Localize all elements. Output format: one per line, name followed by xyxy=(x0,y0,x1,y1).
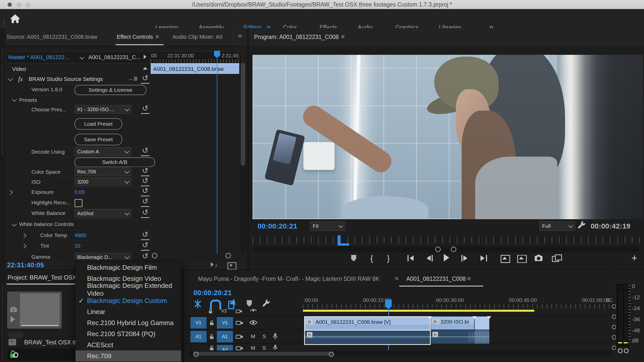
tint-reset-icon[interactable]: ↺ xyxy=(141,241,149,251)
ec-current-timecode[interactable]: 22:31:40:05 xyxy=(7,261,44,269)
switch-ab-button[interactable]: Switch A/B xyxy=(74,157,155,167)
wb-controls-expander-icon[interactable] xyxy=(12,221,17,227)
export-frame-icon[interactable] xyxy=(227,262,236,270)
timeline-hscroll-right-knob[interactable] xyxy=(329,352,334,357)
show-keyframes-icon[interactable]: →≣ xyxy=(128,75,138,82)
video-section-collapse-icon[interactable] xyxy=(143,67,147,70)
timeline-tab-inactive[interactable]: Mayu Puma - Dragonfly -From M- Craft- - … xyxy=(198,276,379,282)
step-forward-button[interactable] xyxy=(461,255,469,261)
menu-item-acescct[interactable]: ACEScct xyxy=(75,339,181,350)
menu-item-bmd-custom[interactable]: ✓ Blackmagic Design Custom xyxy=(75,295,181,306)
step-back-button[interactable] xyxy=(426,255,433,261)
track-a1-mute-button[interactable]: M xyxy=(251,333,255,339)
track-v1-target-toggle[interactable]: V1 xyxy=(217,317,233,329)
tab-effect-controls[interactable]: Effect Controls xyxy=(117,34,153,40)
audio-clip-2[interactable]: fx xyxy=(431,330,490,344)
track-v2-label[interactable]: V2 xyxy=(221,308,227,314)
track-a2-target-toggle[interactable]: A2 xyxy=(217,345,233,350)
white-balance-reset-icon[interactable]: ↺ xyxy=(141,209,149,218)
project-thumbnail[interactable] xyxy=(7,292,62,329)
menu-item-rec709[interactable]: Rec.709 xyxy=(75,350,181,361)
braw-effect-name[interactable]: BRAW Studio Source Settings xyxy=(29,76,103,82)
braw-reset-icon[interactable]: ↺ xyxy=(141,74,149,84)
video-section-header[interactable]: Video xyxy=(12,66,26,72)
thumbnail-play-icon[interactable] xyxy=(11,316,15,323)
timeline-tab-active[interactable]: A001_08122231_C008 xyxy=(406,276,466,282)
play-audio-icon[interactable]: ♪ xyxy=(211,262,223,268)
track-a2-mic-icon[interactable] xyxy=(272,344,278,350)
decode-using-dropdown[interactable]: Custom A xyxy=(74,147,131,156)
effect-controls-panel-menu-icon[interactable]: ≡ xyxy=(155,33,159,40)
ec-clip-bar[interactable]: A001_08122231_C008.braw xyxy=(151,63,239,74)
video-clip-2[interactable]: fx 3200-ISO.br xyxy=(431,316,474,330)
video-clip-selected[interactable]: fx A001_08122231_C008.braw [V] xyxy=(304,316,431,331)
track-v2-output-eye-icon[interactable] xyxy=(250,309,257,313)
track-a1-target-toggle[interactable]: A1 xyxy=(217,331,233,342)
track-v1-source-patch[interactable]: V1 xyxy=(190,317,207,329)
comparison-view-button[interactable] xyxy=(552,254,561,262)
meter-solo-right[interactable] xyxy=(624,348,629,353)
master-clip-selector[interactable]: Master * A001_081222... xyxy=(8,54,69,61)
track-a1-source-patch[interactable]: A1 xyxy=(190,331,207,342)
program-scroll-right-knob[interactable] xyxy=(451,247,456,252)
add-marker-button[interactable] xyxy=(351,255,356,261)
sequence-clip-name[interactable]: A001_08122231_C... xyxy=(88,54,141,61)
color-temp-reset-icon[interactable]: ↺ xyxy=(141,231,149,240)
color-space-dropdown[interactable]: Rec.709 xyxy=(74,167,131,176)
lift-button[interactable] xyxy=(501,255,510,263)
menu-item-rec2100-pq[interactable]: Rec.2100 ST2084 (PQ) xyxy=(75,328,181,339)
decode-using-reset-icon[interactable]: ↺ xyxy=(141,147,149,156)
program-current-timecode[interactable]: 00:00:20:21 xyxy=(258,222,297,230)
white-balance-dropdown[interactable]: AsShot xyxy=(74,209,131,218)
home-button[interactable] xyxy=(10,14,21,24)
track-a2-sync-lock-icon[interactable] xyxy=(236,345,243,350)
mark-in-button[interactable]: { xyxy=(370,253,373,263)
timeline-tab-close-icon[interactable]: × xyxy=(395,275,399,283)
program-video-frame[interactable] xyxy=(253,55,643,219)
extract-button[interactable] xyxy=(517,255,527,263)
menu-item-bmd-film[interactable]: Blackmagic Design Film xyxy=(75,262,181,273)
load-preset-button[interactable]: Load Preset xyxy=(74,118,122,130)
highlight-recovery-checkbox[interactable] xyxy=(74,199,83,207)
left-tabs-overflow-icon[interactable]: » xyxy=(238,31,242,40)
meter-solo-left[interactable] xyxy=(618,348,623,353)
play-button[interactable] xyxy=(444,254,449,261)
go-to-out-button[interactable] xyxy=(479,255,488,261)
program-panel-menu-icon[interactable]: ≡ xyxy=(341,33,345,40)
color-temp-expander-icon[interactable] xyxy=(21,233,26,238)
ec-playhead-head[interactable] xyxy=(214,51,220,58)
menu-item-bmd-extended-video[interactable]: Blackmagic Design Extended Video xyxy=(75,284,181,295)
timeline-hscroll-left-knob[interactable] xyxy=(193,352,199,357)
color-temp-value[interactable]: 4900 xyxy=(74,232,86,238)
exposure-reset-icon[interactable]: ↺ xyxy=(141,187,149,196)
ec-vscroll-thumb[interactable] xyxy=(241,63,245,166)
button-editor-add-button[interactable]: + xyxy=(631,252,637,264)
exposure-value[interactable]: 0,00 xyxy=(74,189,85,195)
ec-vertical-scrollbar[interactable] xyxy=(240,63,246,254)
program-scrollbar[interactable] xyxy=(254,246,639,252)
project-panel-tab[interactable]: Project: BRAW_Test OSX th xyxy=(8,274,83,281)
track-v1-sync-lock-icon[interactable] xyxy=(236,320,243,326)
program-monitor-tab[interactable]: Program: A001_08122231_C008 xyxy=(254,34,339,40)
track-a2-lock-icon[interactable] xyxy=(209,345,215,350)
presets-expander-icon[interactable] xyxy=(12,97,17,102)
project-unlocked-icon[interactable] xyxy=(10,350,18,359)
track-a1-solo-button[interactable]: S xyxy=(262,333,266,339)
mark-out-button[interactable]: } xyxy=(387,253,390,263)
track-a1-mic-icon[interactable] xyxy=(272,333,278,340)
program-settings-wrench-icon[interactable] xyxy=(577,221,586,230)
track-v2-sync-lock-icon[interactable] xyxy=(236,309,242,314)
program-ruler[interactable] xyxy=(253,237,640,243)
program-resolution-dropdown[interactable]: Full xyxy=(539,221,575,231)
choose-preset-reset-icon[interactable]: ↺ xyxy=(141,105,149,114)
save-preset-button[interactable]: Save Preset xyxy=(74,134,122,145)
presets-label[interactable]: Presets xyxy=(19,97,37,103)
ec-hscroll-right-knob[interactable] xyxy=(225,253,231,258)
highlight-recovery-reset-icon[interactable]: ↺ xyxy=(141,198,149,207)
ec-hscroll-left-knob[interactable] xyxy=(152,253,157,258)
wb-controls-label[interactable]: White balance Controls xyxy=(19,221,74,227)
audio-meter-box[interactable] xyxy=(617,284,629,346)
timeline-hscrollbar[interactable] xyxy=(188,351,611,356)
ec-ruler-ticks[interactable] xyxy=(151,59,240,63)
track-v2-lock-icon[interactable] xyxy=(208,309,213,314)
